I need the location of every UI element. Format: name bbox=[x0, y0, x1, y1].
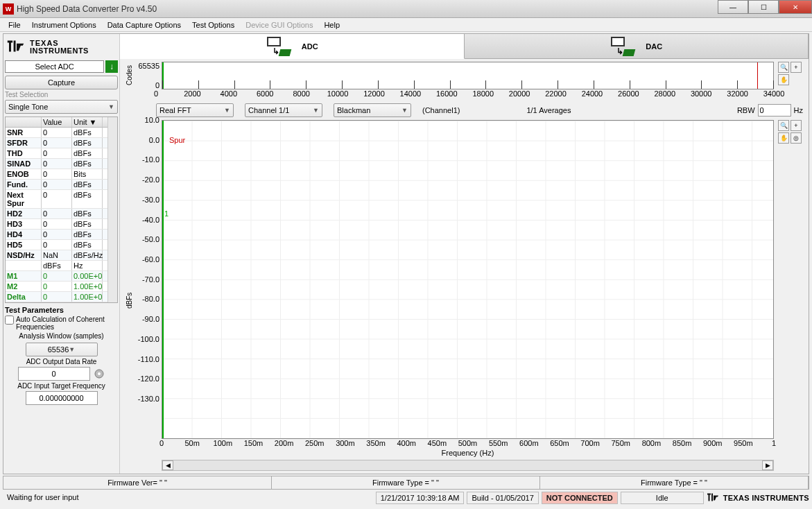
adc-output-rate-input[interactable]: 0 bbox=[18, 367, 90, 381]
menu-help[interactable]: Help bbox=[318, 19, 345, 31]
test-selection-label: Test Selection bbox=[5, 91, 118, 98]
fft-yticks: 10.00.0-10.0-20.0-30.0-40.0-50.0-60.0-70… bbox=[135, 120, 162, 399]
chevron-down-icon: ▼ bbox=[108, 103, 114, 110]
fft-type-combo[interactable]: Real FFT ▼ bbox=[156, 103, 234, 117]
table-row: NSD/HzNaNdBFs/Hz bbox=[6, 250, 107, 261]
codes-chart-area: Codes 65535 0 🔍 + ✋ bbox=[120, 59, 809, 89]
status-waiting: Waiting for user input bbox=[3, 492, 373, 504]
fft-chart-area: dBFs 10.00.0-10.0-20.0-30.0-40.0-50.0-60… bbox=[120, 119, 809, 474]
scroll-left-icon[interactable]: ◀ bbox=[162, 460, 173, 470]
tabs: ↳ ADC ↳ DAC bbox=[120, 34, 809, 59]
minimize-button[interactable]: — bbox=[718, 0, 748, 14]
ti-footer-logo: TEXAS INSTRUMENTS bbox=[707, 492, 809, 503]
table-row: SNR0dBFs bbox=[6, 128, 107, 138]
table-row: SFDR0dBFs bbox=[6, 138, 107, 148]
menubar: File Instrument Options Data Capture Opt… bbox=[0, 18, 812, 32]
window-combo[interactable]: Blackman ▼ bbox=[334, 103, 411, 117]
rbw-input[interactable] bbox=[758, 104, 791, 117]
menu-data-capture-options[interactable]: Data Capture Options bbox=[102, 19, 187, 31]
spur-annotation: Spur bbox=[169, 136, 185, 144]
zoom-tool-icon[interactable]: 🔍 bbox=[778, 62, 789, 73]
status-datetime: 1/21/2017 10:39:18 AM bbox=[376, 492, 465, 504]
chevron-down-icon: ▼ bbox=[69, 346, 75, 353]
rbw-unit: Hz bbox=[794, 106, 803, 114]
chevron-down-icon: ▼ bbox=[313, 107, 319, 114]
auto-calc-checkbox[interactable]: Auto Calculation of Coherent Frequencies bbox=[5, 316, 118, 331]
codes-plot[interactable] bbox=[162, 62, 774, 89]
window-title: High Speed Data Converter Pro v4.50 bbox=[17, 4, 157, 14]
results-hdr-name bbox=[6, 117, 42, 127]
menu-file[interactable]: File bbox=[3, 19, 26, 31]
analysis-window-combo[interactable]: 65536 ▼ bbox=[26, 343, 98, 356]
hand-tool-icon[interactable]: ✋ bbox=[778, 74, 789, 85]
codes-tools: 🔍 + ✋ bbox=[774, 62, 803, 89]
plus-tool-icon[interactable]: + bbox=[791, 62, 802, 73]
table-row: HD30dBFs bbox=[6, 219, 107, 230]
chevron-down-icon: ▼ bbox=[224, 107, 230, 114]
test-parameters: Test Parameters Auto Calculation of Cohe… bbox=[5, 306, 118, 405]
ti-logo-icon bbox=[707, 492, 720, 503]
chevron-down-icon: ▼ bbox=[401, 107, 408, 114]
fft-xlabels: 050m100m150m200m250m300m350m400m450m500m… bbox=[162, 439, 774, 449]
fft-plot[interactable]: Spur 1 bbox=[162, 120, 774, 439]
titlebar: W High Speed Data Converter Pro v4.50 — … bbox=[0, 0, 812, 18]
firmware-type-1: Firmware Type = " " bbox=[272, 476, 540, 489]
select-adc-go-button[interactable]: ↓ bbox=[105, 60, 118, 73]
status-row: Waiting for user input 1/21/2017 10:39:1… bbox=[3, 491, 809, 505]
dac-tab-icon: ↳ bbox=[610, 37, 636, 56]
results-hdr-unit[interactable]: Unit ▼ bbox=[72, 117, 103, 127]
firmware-version: Firmware Ver= " " bbox=[3, 476, 272, 489]
window-controls: — ☐ ✕ bbox=[718, 0, 812, 14]
firmware-row: Firmware Ver= " " Firmware Type = " " Fi… bbox=[3, 476, 809, 490]
results-hdr-value[interactable]: Value bbox=[42, 117, 72, 127]
fft-trace bbox=[162, 121, 164, 438]
table-row: M201.00E+0 bbox=[6, 282, 107, 292]
codes-ylabel: Codes bbox=[126, 62, 135, 89]
zoom-tool-icon[interactable]: 🔍 bbox=[778, 120, 789, 131]
fft-xlabel: Frequency (Hz) bbox=[162, 449, 774, 458]
results-scrollbar[interactable] bbox=[107, 117, 117, 302]
test-selection-combo[interactable]: Single Tone ▼ bbox=[5, 100, 118, 114]
results-header: Value Unit ▼ bbox=[6, 117, 107, 128]
status-connection: NOT CONNECTED bbox=[542, 492, 618, 504]
hand-tool-icon[interactable]: ✋ bbox=[778, 132, 789, 144]
table-row: Delta01.00E+0 bbox=[6, 292, 107, 302]
close-button[interactable]: ✕ bbox=[779, 0, 812, 14]
app-icon: W bbox=[3, 3, 14, 15]
fft-ylabel: dBFs bbox=[126, 120, 135, 471]
firmware-type-2: Firmware Type = " " bbox=[540, 476, 809, 489]
select-adc-dropdown[interactable]: Select ADC bbox=[5, 60, 104, 73]
tab-dac[interactable]: ↳ DAC bbox=[465, 34, 809, 58]
maximize-button[interactable]: ☐ bbox=[748, 0, 779, 14]
tab-dac-label: DAC bbox=[646, 42, 662, 51]
menu-instrument-options[interactable]: Instrument Options bbox=[26, 19, 102, 31]
main-area: TEXAS INSTRUMENTS Select ADC ↓ Capture T… bbox=[3, 33, 809, 474]
sidebar: TEXAS INSTRUMENTS Select ADC ↓ Capture T… bbox=[3, 34, 120, 474]
menu-device-gui-options: Device GUI Options bbox=[240, 19, 318, 31]
codes-yticks: 65535 0 bbox=[135, 62, 162, 89]
scroll-right-icon[interactable]: ▶ bbox=[762, 460, 773, 470]
channel-combo[interactable]: Channel 1/1 ▼ bbox=[245, 103, 322, 117]
adc-target-freq-label: ADC Input Target Frequency bbox=[5, 382, 118, 390]
fft-hscrollbar[interactable]: ◀ ▶ bbox=[162, 460, 774, 471]
auto-calc-check[interactable] bbox=[5, 316, 14, 325]
fft-type-value: Real FFT bbox=[159, 106, 191, 114]
gear-icon[interactable] bbox=[93, 368, 105, 380]
table-row: HD50dBFs bbox=[6, 240, 107, 250]
capture-button[interactable]: Capture bbox=[5, 76, 118, 89]
table-row: Next Spur0dBFs bbox=[6, 190, 107, 209]
table-row: HD20dBFs bbox=[6, 209, 107, 219]
channel-value: Channel 1/1 bbox=[248, 106, 289, 114]
plus-tool-icon[interactable]: + bbox=[791, 120, 802, 131]
target-tool-icon[interactable]: ◎ bbox=[791, 132, 802, 144]
table-row: Fund.0dBFs bbox=[6, 180, 107, 190]
tab-adc[interactable]: ↳ ADC bbox=[120, 34, 465, 59]
test-params-header: Test Parameters bbox=[5, 306, 118, 314]
adc-target-freq-input[interactable]: 0.000000000 bbox=[26, 391, 98, 405]
ti-brand: TEXAS INSTRUMENTS bbox=[5, 35, 118, 59]
tab-adc-label: ADC bbox=[302, 42, 318, 51]
menu-test-options[interactable]: Test Options bbox=[187, 19, 240, 31]
one-annotation: 1 bbox=[164, 209, 169, 218]
ti-logo-icon bbox=[6, 40, 27, 55]
brand-line2: INSTRUMENTS bbox=[30, 47, 89, 55]
